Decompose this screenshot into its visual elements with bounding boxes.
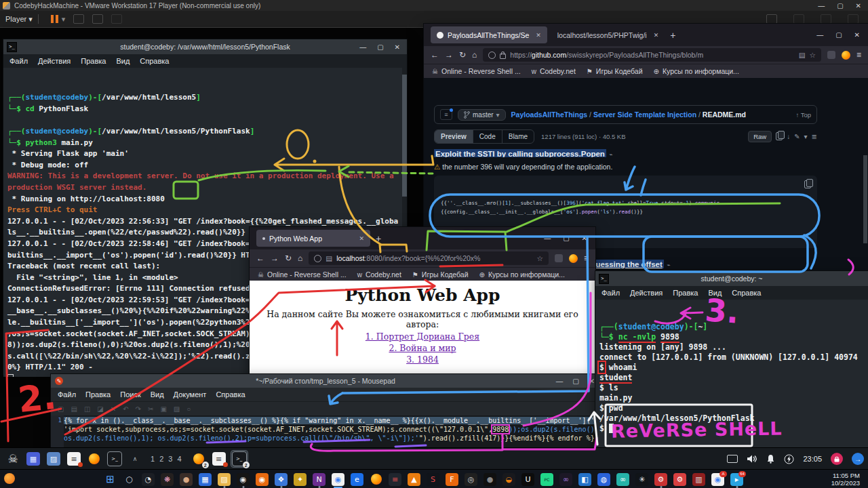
tab-python-web-app[interactable]: Python Web App ✕ xyxy=(256,230,370,247)
chrome-profile-icon[interactable]: ◉A xyxy=(711,473,724,486)
new-tab-button[interactable]: + xyxy=(670,30,675,41)
window-list-icon[interactable] xyxy=(727,455,738,463)
back-button[interactable]: ← xyxy=(256,253,264,263)
terminal-icon[interactable]: >_ xyxy=(106,451,123,467)
mousepad-titlebar[interactable]: ✎ *~/Рабочий стол/tmp_lesson_5 - Mousepa… xyxy=(51,374,600,388)
payload-text[interactable]: {% for x in ().__class__.__base__.__subc… xyxy=(64,415,600,448)
toolbar-icon[interactable]: ◪ xyxy=(97,405,103,413)
toolbar-icon[interactable]: ▤ xyxy=(71,405,77,413)
toolbar-icon[interactable]: ◫ xyxy=(84,405,90,413)
volume-icon[interactable] xyxy=(747,454,757,464)
pycharm-icon[interactable]: PC xyxy=(540,473,553,486)
menu-item[interactable]: Файл xyxy=(601,289,620,297)
windows-clock[interactable]: 11:05 PM 10/2/2023 xyxy=(831,472,868,487)
toolbar-icon[interactable]: ○ xyxy=(186,405,191,413)
portrait-icon[interactable]: ● xyxy=(180,473,193,486)
maximize-button[interactable]: ▢ xyxy=(572,377,579,385)
new-tab-button[interactable]: + xyxy=(376,233,381,244)
vscode-icon[interactable]: ◧ xyxy=(578,473,591,486)
close-button[interactable]: ✕ xyxy=(854,31,860,39)
minimize-button[interactable]: — xyxy=(359,43,366,51)
menu-item[interactable]: Вид xyxy=(116,57,130,65)
toolbar-icon[interactable]: ▨ xyxy=(174,405,180,413)
shotcut-icon[interactable]: S xyxy=(427,473,439,486)
menu-item[interactable]: Поиск xyxy=(120,390,140,399)
maximize-button[interactable]: ▢ xyxy=(377,43,383,51)
blender-icon[interactable]: ◒ xyxy=(502,473,515,486)
tab-payloadsallthethings[interactable]: PayloadsAllTheThings/Se ✕ xyxy=(431,26,547,43)
firefox-account-icon[interactable] xyxy=(569,254,578,263)
toolbar-icon[interactable]: ▢ xyxy=(58,405,64,413)
blue-app-icon[interactable]: ◍ xyxy=(597,473,610,486)
tab-localhost-phptwig[interactable]: localhost/lesson5/PHPTwig/i ✕ xyxy=(551,26,665,43)
minimize-button[interactable]: — xyxy=(556,377,564,385)
logout-arrow-icon[interactable]: → xyxy=(852,453,864,465)
power-manager-icon[interactable] xyxy=(784,454,794,464)
red-gear-icon[interactable]: ⚙ xyxy=(673,473,686,486)
bookmark-item[interactable]: ☠Online - Reverse Shell ... xyxy=(432,67,521,75)
toolbar-icon[interactable]: ↷ xyxy=(136,405,141,413)
menu-item[interactable]: Справка xyxy=(140,57,169,65)
metasploit-icon[interactable]: ⚙ xyxy=(654,473,667,486)
lens-icon[interactable]: ◎ xyxy=(465,473,477,486)
bookmark-item[interactable]: ⊕Курсы по информаци... xyxy=(479,270,565,279)
mousepad-editor[interactable]: 1 {% for x in ().__class__.__base__.__su… xyxy=(51,415,600,448)
visual-studio-icon[interactable]: ∞ xyxy=(559,473,572,486)
obs-icon[interactable]: ◉ xyxy=(237,473,250,486)
unreal-icon[interactable]: U xyxy=(521,473,534,486)
devices-icon[interactable] xyxy=(766,14,777,24)
home-button[interactable]: ⌂ xyxy=(472,50,477,60)
menu-item[interactable]: Правка xyxy=(673,289,698,297)
explorer-icon[interactable]: ▨ xyxy=(218,473,231,486)
tab-code[interactable]: Code xyxy=(473,130,502,143)
start-button[interactable]: ⊞ xyxy=(104,473,117,486)
slack-icon[interactable]: ❋ xyxy=(161,473,174,486)
close-button[interactable]: ✕ xyxy=(395,43,400,51)
menu-item[interactable]: Справка xyxy=(216,390,245,399)
branch-selector[interactable]: master ▾ xyxy=(458,109,506,121)
copy-code-icon[interactable] xyxy=(804,180,811,188)
permissions-icon[interactable] xyxy=(314,255,321,262)
menu-item[interactable]: Файл xyxy=(58,390,76,399)
menu-item[interactable]: Вид xyxy=(708,289,722,297)
minimize-button[interactable]: — xyxy=(544,235,551,242)
menu-item[interactable]: Файл xyxy=(9,57,28,65)
bookmark-item[interactable]: ⊕Курсы по информаци... xyxy=(654,67,739,75)
permissions-icon[interactable] xyxy=(488,52,496,59)
folder-icon[interactable]: ▨ xyxy=(45,451,62,467)
menu-item[interactable]: Правка xyxy=(85,390,111,399)
files-app-icon[interactable]: ▦ xyxy=(25,451,41,467)
fl-studio-icon[interactable]: F xyxy=(446,473,458,486)
menu-item[interactable]: Справка xyxy=(732,289,761,297)
firefox-taskbar-icon[interactable] xyxy=(370,473,382,486)
anchor-link-icon[interactable]: ⌁ xyxy=(609,151,612,157)
tool-icon[interactable]: ✦ xyxy=(294,473,307,486)
vmware-icon[interactable]: ❖ xyxy=(275,473,288,486)
terminal-window-netcat[interactable]: >_ student@codeby: ~ ФайлДействияПравкаВ… xyxy=(595,271,868,447)
bookmark-item[interactable]: wCodeby.net xyxy=(532,67,576,75)
bookmark-item[interactable]: ⚑Игры Кодебай xyxy=(412,270,469,279)
firefox-window-webapp[interactable]: Python Web App ✕ + — ▢ ✕ ← → ↻ ⌂ ▤ local… xyxy=(250,227,595,392)
telegram-icon[interactable]: ▸64 xyxy=(730,473,743,486)
toolbar-icon[interactable]: ✂ xyxy=(148,405,153,413)
book-link[interactable]: 1. Портрет Дориана Грея xyxy=(250,331,595,342)
send-cad-button[interactable] xyxy=(73,14,84,24)
edge-icon[interactable]: e xyxy=(351,473,363,486)
minimize-button[interactable]: — xyxy=(816,31,823,39)
orange-app-icon[interactable]: ◉ xyxy=(256,473,269,486)
firefox-window-icon[interactable]: 2 xyxy=(191,451,207,467)
tab-blame[interactable]: Blame xyxy=(502,130,534,143)
mousepad-window-icon[interactable]: ≡ xyxy=(211,451,227,467)
toolbar-icon[interactable]: ✕ xyxy=(111,405,116,413)
workspace-switcher[interactable]: 1 2 3 4 xyxy=(151,455,183,463)
maximize-button[interactable]: ▢ xyxy=(835,31,842,39)
back-button[interactable]: ← xyxy=(431,50,439,60)
menu-item[interactable]: Правка xyxy=(81,57,106,65)
pause-dropdown[interactable]: ▾ xyxy=(62,15,66,24)
copy-file-icon[interactable] xyxy=(776,132,783,140)
show-more-icon[interactable]: ∧ xyxy=(127,451,143,467)
tab-close-icon[interactable]: ✕ xyxy=(654,32,659,39)
app-menu-button[interactable]: ≡ xyxy=(584,253,589,263)
toolbar-icon[interactable]: ▣ xyxy=(160,405,166,413)
download-icon[interactable]: ↓ xyxy=(787,133,790,140)
